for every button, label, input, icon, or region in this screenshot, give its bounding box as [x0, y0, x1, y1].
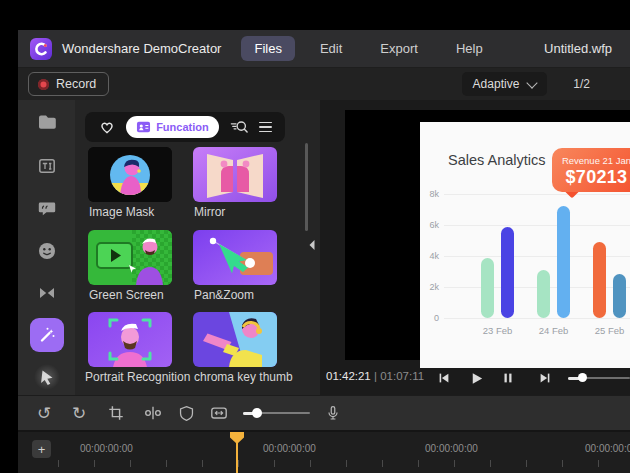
chart-title: Sales Analytics	[448, 152, 546, 168]
sidebar-item-media[interactable]	[30, 105, 64, 139]
chart-ytick-label: 2k	[420, 282, 439, 292]
panel-collapse-handle[interactable]	[305, 236, 319, 254]
chart-plot: Sales Analytics Revenue 21 Jan $70213 8k…	[420, 122, 630, 368]
microphone-icon	[325, 404, 341, 422]
chart-tooltip: Revenue 21 Jan $70213	[552, 148, 630, 192]
timecode: 01:42:21 | 01:07:11	[326, 370, 424, 382]
ruler-label: 00:00:00:00	[263, 443, 316, 454]
effect-label-portrait-recognition: Portrait Recognition	[85, 370, 190, 384]
cursor-glow	[34, 364, 60, 390]
effect-label-green-screen: Green Screen	[89, 288, 164, 302]
effect-card-pan-zoom[interactable]	[193, 230, 277, 285]
chart-ytick-label: 0	[420, 313, 439, 323]
menu-edit[interactable]: Edit	[307, 36, 355, 61]
record-button[interactable]: Record	[28, 72, 109, 96]
effect-label-mirror: Mirror	[194, 205, 225, 219]
menu-export[interactable]: Export	[367, 36, 431, 61]
chart-ytick-label: 4k	[420, 251, 439, 261]
microphone-button[interactable]	[321, 401, 345, 425]
effect-thumbnail-portrait-recognition	[88, 312, 172, 367]
chart-bar	[537, 270, 550, 318]
chart-gridline	[444, 318, 630, 319]
search-icon[interactable]	[229, 118, 249, 136]
sidebar-item-stickers[interactable]	[30, 234, 64, 268]
effect-card-chroma-key[interactable]	[193, 312, 277, 367]
timeline-zoom-knob[interactable]	[252, 408, 262, 418]
preview-panel: Sales Analytics Revenue 21 Jan $70213 8k…	[320, 100, 630, 395]
sidebar-item-effects[interactable]	[30, 318, 64, 352]
sidebar-item-text[interactable]	[30, 149, 64, 183]
split-icon	[144, 404, 162, 422]
chart-tooltip-label: Revenue 21 Jan	[552, 155, 630, 166]
chart-gridline	[444, 225, 630, 226]
chart-ytick-label: 8k	[420, 189, 439, 199]
ruler-label: 00:00:00:00	[425, 443, 478, 454]
fit-window-icon	[209, 404, 229, 422]
timeline-zoom-slider[interactable]	[243, 412, 310, 414]
chart-bar	[557, 206, 570, 318]
screen: Wondershare DemoCreator Files Edit Expor…	[0, 0, 630, 473]
fit-window-button[interactable]	[207, 401, 231, 425]
undo-button[interactable]: ↺	[32, 401, 56, 425]
effect-card-image-mask[interactable]	[88, 147, 172, 202]
play-button[interactable]	[464, 366, 488, 390]
undo-icon: ↺	[37, 405, 51, 422]
record-dot-icon	[38, 79, 49, 90]
ruler-label: 00:00:00:00	[80, 443, 133, 454]
redo-icon: ↻	[72, 405, 86, 422]
timeline: + 00:00:00:00 00:00:00:00 00:00:00:00 00…	[18, 430, 630, 473]
sidebar-item-cursor-effects[interactable]	[30, 360, 64, 394]
text-title-icon	[37, 156, 57, 176]
effect-thumbnail-image-mask	[88, 147, 172, 202]
resolution-dropdown[interactable]: Adaptive	[462, 72, 548, 96]
current-time: 01:42:21	[326, 370, 371, 382]
menu-files[interactable]: Files	[241, 36, 294, 61]
category-tab-funcation[interactable]: Funcation	[126, 116, 219, 138]
ruler-label: 00:00:00:00	[585, 443, 630, 454]
skip-back-button[interactable]	[432, 366, 456, 390]
skip-back-icon	[437, 371, 451, 385]
effect-card-portrait-recognition[interactable]	[88, 312, 172, 367]
portrait-card-icon	[136, 120, 151, 134]
volume-knob[interactable]	[578, 373, 587, 382]
split-button[interactable]	[141, 401, 165, 425]
pause-button[interactable]	[496, 366, 520, 390]
resolution-value: Adaptive	[473, 77, 520, 91]
skip-forward-button[interactable]	[533, 366, 557, 390]
effect-card-green-screen[interactable]	[88, 230, 172, 285]
effect-thumbnail-pan-zoom	[193, 230, 277, 285]
heart-icon[interactable]	[98, 118, 116, 136]
timeline-ruler-ticks[interactable]	[58, 460, 630, 467]
crop-button[interactable]	[104, 401, 128, 425]
duration: 01:07:11	[380, 370, 424, 382]
edit-toolbar: ↺ ↻	[18, 395, 630, 430]
playback-bar: 01:42:21 | 01:07:11	[320, 360, 630, 395]
volume-slider[interactable]	[568, 377, 630, 379]
pause-icon	[501, 371, 515, 385]
mask-button[interactable]	[174, 401, 198, 425]
redo-button[interactable]: ↻	[67, 401, 91, 425]
video-canvas: Sales Analytics Revenue 21 Jan $70213 8k…	[345, 110, 630, 360]
chevron-left-icon	[308, 239, 316, 251]
menu-help[interactable]: Help	[443, 36, 496, 61]
sidebar-item-annotations[interactable]	[30, 192, 64, 226]
panel-scrollbar[interactable]	[305, 143, 308, 231]
hamburger-menu-icon[interactable]	[259, 122, 272, 133]
effect-card-mirror[interactable]	[193, 147, 277, 202]
mask-shield-icon	[178, 405, 195, 422]
playhead-line	[236, 442, 238, 473]
app-window: Wondershare DemoCreator Files Edit Expor…	[18, 30, 630, 473]
timeline-playhead[interactable]	[230, 432, 244, 473]
sidebar-item-transitions[interactable]	[30, 276, 64, 310]
category-tab-label: Funcation	[156, 121, 209, 133]
add-track-button[interactable]: +	[32, 440, 51, 458]
chart-bar	[613, 274, 626, 318]
effect-label-image-mask: Image Mask	[89, 205, 154, 219]
app-title: Wondershare DemoCreator	[62, 41, 221, 56]
effects-panel: Funcation	[75, 100, 320, 395]
smiley-icon	[37, 241, 57, 261]
chart-bar	[501, 227, 514, 318]
chart-xtick-label: 25 Feb	[588, 325, 630, 336]
sidebar	[18, 100, 75, 395]
folder-icon	[37, 112, 57, 132]
